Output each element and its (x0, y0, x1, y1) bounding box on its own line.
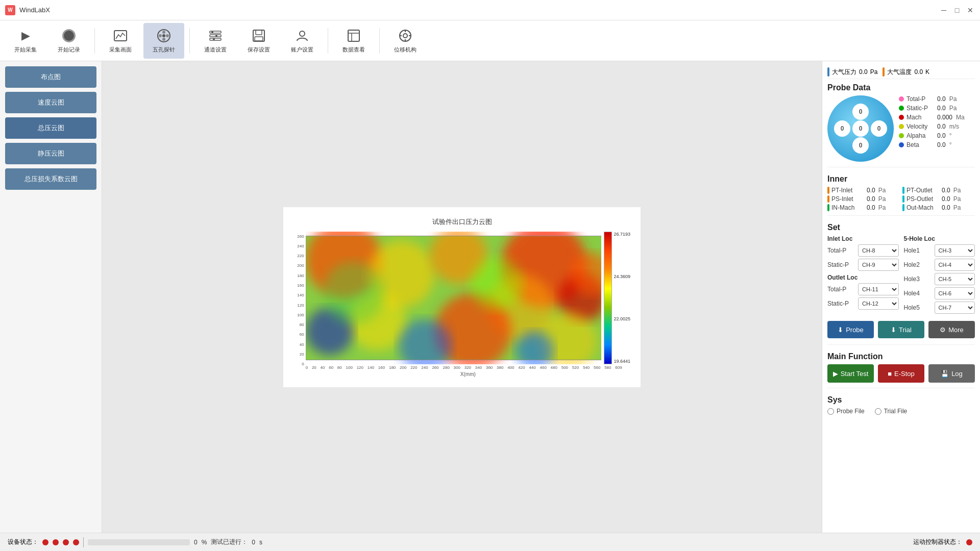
probe-unit-total-p: Pa (949, 95, 957, 103)
set-right-col: 5-Hole Loc Hole1 CH-3CH-4CH-5CH-6CH-7 Ho… (904, 235, 975, 316)
toolbar-label-channel-settings: 通道设置 (204, 46, 227, 54)
probe-val-mach: Mach 0.000 Ma (899, 114, 965, 121)
x-axis-label: X(mm) (306, 371, 630, 377)
toolbar-item-five-hole-probe[interactable]: 五孔探针 (143, 23, 184, 59)
right-panel: 大气压力 0.0 Pa 大气温度 0.0 K Probe Data 0 0 0 … (822, 61, 980, 533)
toolbar-item-start-collect[interactable]: ▶ 开始采集 (5, 23, 46, 59)
set-hole2-row: Hole2 CH-3CH-4CH-5CH-6CH-7 (904, 259, 975, 271)
colorbar-max: 26.7193 (614, 232, 630, 237)
set-hole3-select[interactable]: CH-3CH-4CH-5CH-6CH-7 (935, 273, 975, 285)
svg-rect-9 (210, 38, 221, 40)
set-hole5-select[interactable]: CH-3CH-4CH-5CH-6CH-7 (935, 302, 975, 314)
probe-dot-total-p (899, 96, 904, 102)
start-test-button[interactable]: ▶ Start Test (827, 364, 874, 383)
trial-file-label: Trial File (884, 408, 908, 415)
inner-ps-inlet-val: 0.0 (867, 195, 875, 203)
probe-file-radio[interactable] (827, 408, 834, 415)
set-total-p-outlet-row: Total-P CH-11CH-12CH-13 (827, 283, 899, 295)
layout-map-button[interactable]: 布点图 (5, 66, 96, 88)
static-pressure-cloud-button[interactable]: 静压云图 (5, 143, 96, 164)
maximize-button[interactable]: □ (952, 6, 962, 15)
trial-file-radio[interactable] (875, 408, 881, 415)
probe-num-mach: 0.000 (937, 114, 952, 121)
probe-num-beta: 0.0 (937, 141, 946, 148)
toolbar-label-account-settings: 账户设置 (291, 46, 313, 54)
center-content: 试验件出口压力云图 260240220200180160140120100806… (102, 61, 822, 533)
atm-temp-unit: K (925, 68, 929, 76)
status-bar: 设备状态： 0 % 测试已进行： 0 s 运动控制器状态： (0, 533, 980, 551)
probe-circle-bg: 0 0 0 0 0 (827, 95, 894, 162)
set-total-p-inlet-select[interactable]: CH-8CH-9CH-10CH-11CH-12 (858, 244, 899, 257)
progress-value: 0 (194, 539, 198, 546)
toolbar-label-five-hole-probe: 五孔探针 (153, 46, 175, 54)
probe-num-velocity: 0.0 (937, 123, 946, 130)
set-static-p-inlet-row: Static-P CH-8CH-9CH-10CH-11CH-12 (827, 259, 899, 271)
title-bar-left: W WindLabX (5, 5, 50, 15)
toolbar-item-data-view[interactable]: 数据查看 (333, 23, 374, 59)
inner-pt-inlet-val: 0.0 (867, 187, 875, 194)
minimize-button[interactable]: ─ (939, 6, 948, 15)
set-static-p-inlet-select[interactable]: CH-8CH-9CH-10CH-11CH-12 (858, 259, 899, 271)
estop-button[interactable]: ■ E-Stop (878, 364, 924, 383)
account-settings-icon (294, 28, 310, 44)
atm-bar: 大气压力 0.0 Pa 大气温度 0.0 K (827, 65, 975, 79)
trial-button[interactable]: ⬇ Trial (878, 321, 924, 338)
toolbar-divider-2 (189, 28, 190, 54)
probe-label-alpaha: Alpaha (906, 132, 935, 139)
svg-rect-14 (256, 30, 262, 35)
set-hole2-select[interactable]: CH-3CH-4CH-5CH-6CH-7 (935, 259, 975, 271)
toolbar-item-start-record[interactable]: 开始记录 (48, 23, 89, 59)
chart-title: 试验件出口压力云图 (293, 217, 630, 227)
set-hole5-label: Hole5 (904, 304, 932, 311)
device-status-label: 设备状态： (8, 538, 38, 546)
toolbar-item-channel-settings[interactable]: 通道设置 (195, 23, 236, 59)
inner-section: Inner PT-Inlet 0.0 Pa PT-Outlet 0.0 Pa P… (827, 167, 975, 211)
inner-pt-outlet-unit: Pa (953, 187, 961, 194)
set-total-p-inlet-label: Total-P (827, 247, 855, 254)
inner-out-mach-unit: Pa (953, 204, 961, 211)
set-static-p-outlet-select[interactable]: CH-11CH-12CH-13 (858, 297, 899, 310)
action-buttons: ⬇ Probe ⬇ Trial ⚙ More (827, 321, 975, 338)
inner-in-mach-label: IN-Mach (831, 204, 865, 211)
toolbar-item-collect-view[interactable]: 采集画面 (100, 23, 141, 59)
toolbar-item-account-settings[interactable]: 账户设置 (282, 23, 323, 59)
start-test-icon: ▶ (833, 370, 838, 378)
status-dot-3 (63, 539, 69, 545)
inner-out-mach-row: Out-Mach 0.0 Pa (902, 204, 975, 211)
set-hole1-select[interactable]: CH-3CH-4CH-5CH-6CH-7 (935, 244, 975, 257)
title-bar-controls: ─ □ ✕ (939, 6, 975, 15)
toolbar-item-position-mechanism[interactable]: 位移机构 (385, 23, 426, 59)
svg-point-6 (162, 34, 165, 37)
test-running-unit: s (259, 539, 262, 546)
close-button[interactable]: ✕ (966, 6, 975, 15)
log-icon: 💾 (941, 370, 949, 378)
total-pressure-cloud-button[interactable]: 总压云图 (5, 117, 96, 139)
inner-out-mach-accent (902, 204, 904, 211)
set-hole2-label: Hole2 (904, 261, 932, 268)
svg-point-39 (470, 257, 523, 310)
channel-settings-icon (207, 28, 224, 44)
probe-unit-static-p: Pa (949, 105, 957, 112)
set-total-p-outlet-select[interactable]: CH-11CH-12CH-13 (858, 283, 899, 295)
velocity-cloud-button[interactable]: 速度云图 (5, 92, 96, 113)
sys-title: Sys (827, 395, 975, 405)
inner-pt-inlet-label: PT-Inlet (831, 187, 865, 194)
probe-hole-center: 0 (852, 120, 869, 137)
probe-dot-alpaha (899, 133, 904, 138)
set-hole4-select[interactable]: CH-3CH-4CH-5CH-6CH-7 (935, 287, 975, 299)
status-left: 设备状态： 0 % 测试已进行： 0 s (8, 537, 262, 547)
more-button[interactable]: ⚙ More (928, 321, 975, 338)
sys-row: Probe File Trial File (827, 408, 975, 415)
toolbar-label-collect-view: 采集画面 (109, 46, 132, 54)
log-button[interactable]: 💾 Log (928, 364, 975, 383)
probe-button[interactable]: ⬇ Probe (827, 321, 874, 338)
probe-dot-velocity (899, 124, 904, 129)
inner-ps-inlet-unit: Pa (878, 195, 886, 203)
toolbar-divider-3 (328, 28, 328, 54)
toolbar-item-save-settings[interactable]: 保存设置 (238, 23, 279, 59)
svg-rect-15 (255, 37, 263, 41)
atm-pressure-item: 大气压力 0.0 Pa (827, 67, 877, 77)
estop-icon: ■ (888, 370, 892, 378)
pressure-loss-cloud-button[interactable]: 总压损失系数云图 (5, 168, 96, 190)
colorbar: 26.7193 24.3609 22.0025 19.6441 (604, 232, 630, 364)
